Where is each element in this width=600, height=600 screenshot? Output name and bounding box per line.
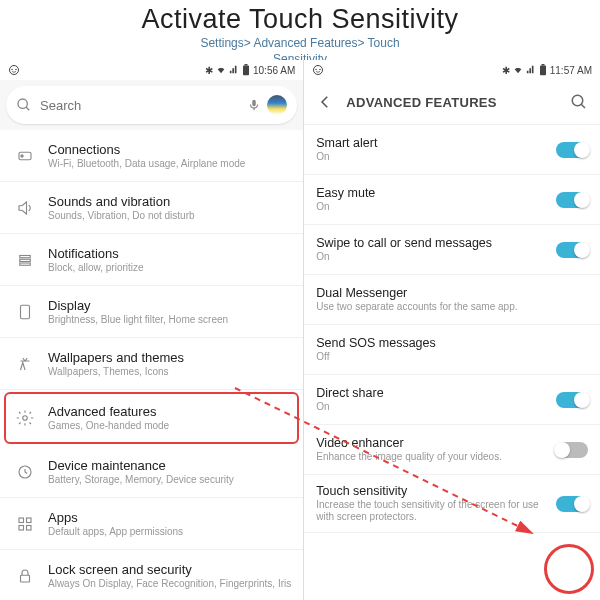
- svg-rect-19: [27, 525, 32, 530]
- search-bar[interactable]: [6, 86, 297, 124]
- search-icon: [16, 97, 32, 113]
- page-header-bar: ADVANCED FEATURES: [304, 80, 600, 124]
- status-bar: ✱ 10:56 AM: [0, 60, 303, 80]
- svg-rect-18: [19, 525, 24, 530]
- svg-point-14: [23, 415, 28, 420]
- settings-item-connections[interactable]: ConnectionsWi-Fi, Bluetooth, Data usage,…: [0, 130, 303, 182]
- adv-item-video-enhancer[interactable]: Video enhancerEnhance the image quality …: [304, 425, 600, 475]
- status-time: 11:57 AM: [550, 65, 592, 76]
- battery-icon: [539, 64, 547, 76]
- toggle-video-enhancer[interactable]: [556, 442, 588, 458]
- svg-rect-10: [20, 255, 31, 257]
- svg-point-21: [314, 66, 323, 75]
- page-title: Activate Touch Sensitivity: [0, 4, 600, 35]
- adv-item-dual-messenger[interactable]: Dual MessengerUse two separate accounts …: [304, 275, 600, 325]
- advanced-icon: [10, 409, 40, 427]
- toggle-smart-alert[interactable]: [556, 142, 588, 158]
- settings-item-advanced[interactable]: Advanced featuresGames, One-handed mode: [4, 392, 299, 444]
- adv-item-direct-share[interactable]: Direct shareOn: [304, 375, 600, 425]
- advanced-title: ADVANCED FEATURES: [346, 95, 570, 110]
- svg-line-6: [26, 107, 29, 110]
- svg-line-27: [581, 104, 585, 108]
- settings-item-maintenance[interactable]: Device maintenanceBattery, Storage, Memo…: [0, 446, 303, 498]
- svg-point-0: [10, 66, 19, 75]
- toggle-easy-mute[interactable]: [556, 192, 588, 208]
- wifi-icon: [216, 65, 226, 75]
- lock-icon: [10, 567, 40, 585]
- adv-item-sos[interactable]: Send SOS messagesOff: [304, 325, 600, 375]
- settings-item-wallpapers[interactable]: Wallpapers and themesWallpapers, Themes,…: [0, 338, 303, 390]
- settings-item-display[interactable]: DisplayBrightness, Blue light filter, Ho…: [0, 286, 303, 338]
- svg-point-9: [21, 154, 23, 156]
- settings-list: ConnectionsWi-Fi, Bluetooth, Data usage,…: [0, 130, 303, 600]
- svg-rect-20: [21, 575, 30, 582]
- search-input[interactable]: [40, 98, 241, 113]
- svg-point-23: [320, 69, 322, 71]
- toggle-touch-sensitivity[interactable]: [556, 496, 588, 512]
- back-icon[interactable]: [316, 93, 334, 111]
- phone-advanced: ✱ 11:57 AM ADVANCED FEATURES Smart alert…: [304, 60, 600, 600]
- phone-settings: ✱ 10:56 AM ConnectionsWi-Fi, Bluetooth, …: [0, 60, 304, 600]
- advanced-list: Smart alertOn Easy muteOn Swipe to call …: [304, 124, 600, 600]
- wifi-icon: [513, 65, 523, 75]
- svg-rect-13: [21, 305, 30, 319]
- settings-item-notifications[interactable]: NotificationsBlock, allow, prioritize: [0, 234, 303, 286]
- connections-icon: [10, 147, 40, 165]
- svg-point-1: [11, 69, 13, 71]
- adv-item-smart-alert[interactable]: Smart alertOn: [304, 125, 600, 175]
- mic-icon[interactable]: [247, 98, 261, 112]
- adv-item-swipe-call[interactable]: Swipe to call or send messagesOn: [304, 225, 600, 275]
- adv-item-touch-sensitivity[interactable]: Touch sensitivityIncrease the touch sens…: [304, 475, 600, 533]
- svg-point-26: [572, 95, 583, 106]
- toggle-swipe-call[interactable]: [556, 242, 588, 258]
- bluetooth-icon: ✱: [502, 65, 510, 76]
- svg-rect-16: [19, 518, 24, 523]
- status-time: 10:56 AM: [253, 65, 295, 76]
- svg-rect-12: [20, 263, 31, 265]
- signal-icon: [526, 65, 536, 75]
- search-icon[interactable]: [570, 93, 588, 111]
- svg-rect-4: [244, 64, 247, 66]
- toggle-direct-share[interactable]: [556, 392, 588, 408]
- bluetooth-icon: ✱: [205, 65, 213, 76]
- reddit-icon: [8, 64, 20, 76]
- reddit-icon: [312, 64, 324, 76]
- svg-rect-17: [27, 518, 32, 523]
- svg-rect-11: [20, 259, 31, 261]
- settings-item-sounds[interactable]: Sounds and vibrationSounds, Vibration, D…: [0, 182, 303, 234]
- wallpaper-icon: [10, 355, 40, 373]
- battery-icon: [242, 64, 250, 76]
- svg-point-2: [15, 69, 17, 71]
- display-icon: [10, 303, 40, 321]
- maintenance-icon: [10, 463, 40, 481]
- page-header: Activate Touch Sensitivity Settings> Adv…: [0, 0, 600, 69]
- svg-point-22: [316, 69, 318, 71]
- adv-item-easy-mute[interactable]: Easy muteOn: [304, 175, 600, 225]
- svg-point-5: [18, 99, 27, 108]
- sound-icon: [10, 199, 40, 217]
- notifications-icon: [10, 251, 40, 269]
- svg-rect-3: [243, 66, 249, 76]
- svg-rect-7: [253, 100, 257, 106]
- settings-item-apps[interactable]: AppsDefault apps, App permissions: [0, 498, 303, 550]
- apps-icon: [10, 515, 40, 533]
- status-bar: ✱ 11:57 AM: [304, 60, 600, 80]
- settings-item-lock[interactable]: Lock screen and securityAlways On Displa…: [0, 550, 303, 600]
- svg-rect-24: [540, 66, 546, 76]
- avatar[interactable]: [267, 95, 287, 115]
- svg-rect-25: [541, 64, 544, 66]
- signal-icon: [229, 65, 239, 75]
